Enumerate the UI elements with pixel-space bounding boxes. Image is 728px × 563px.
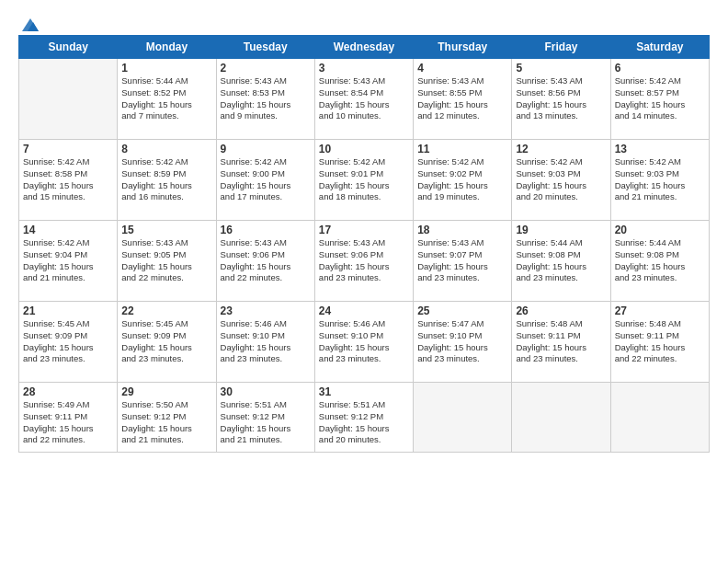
cell-details: Sunrise: 5:42 AMSunset: 9:02 PMDaylight:…	[417, 156, 507, 203]
cell-details: Sunrise: 5:44 AMSunset: 9:08 PMDaylight:…	[516, 237, 606, 284]
col-header-friday: Friday	[512, 36, 610, 59]
header	[18, 17, 710, 29]
day-number: 3	[319, 62, 409, 75]
calendar-week-5: 28Sunrise: 5:49 AMSunset: 9:11 PMDayligh…	[19, 383, 710, 453]
day-number: 22	[121, 304, 211, 317]
cell-details: Sunrise: 5:46 AMSunset: 9:10 PMDaylight:…	[319, 318, 409, 365]
calendar-cell: 30Sunrise: 5:51 AMSunset: 9:12 PMDayligh…	[216, 383, 314, 453]
calendar-cell: 22Sunrise: 5:45 AMSunset: 9:09 PMDayligh…	[118, 302, 216, 383]
day-number: 27	[615, 304, 705, 317]
day-number: 26	[516, 304, 606, 317]
col-header-saturday: Saturday	[610, 36, 709, 59]
calendar-cell: 3Sunrise: 5:43 AMSunset: 8:54 PMDaylight…	[314, 59, 413, 140]
cell-details: Sunrise: 5:44 AMSunset: 9:08 PMDaylight:…	[615, 237, 705, 284]
day-number: 16	[221, 224, 311, 236]
calendar-cell: 18Sunrise: 5:43 AMSunset: 9:07 PMDayligh…	[414, 221, 512, 302]
cell-details: Sunrise: 5:42 AMSunset: 9:03 PMDaylight:…	[615, 156, 705, 203]
cell-details: Sunrise: 5:44 AMSunset: 8:52 PMDaylight:…	[121, 75, 211, 122]
day-number: 23	[221, 304, 311, 317]
day-number: 29	[121, 385, 211, 398]
calendar-cell: 6Sunrise: 5:42 AMSunset: 8:57 PMDaylight…	[610, 59, 709, 140]
cell-details: Sunrise: 5:48 AMSunset: 9:11 PMDaylight:…	[615, 318, 705, 365]
cell-details: Sunrise: 5:51 AMSunset: 9:12 PMDaylight:…	[319, 399, 409, 446]
day-number: 24	[319, 304, 409, 317]
day-number: 28	[23, 385, 113, 398]
calendar-cell: 20Sunrise: 5:44 AMSunset: 9:08 PMDayligh…	[610, 221, 709, 302]
calendar-cell: 27Sunrise: 5:48 AMSunset: 9:11 PMDayligh…	[610, 302, 709, 383]
day-number: 5	[516, 62, 606, 75]
calendar-cell: 7Sunrise: 5:42 AMSunset: 8:58 PMDaylight…	[19, 140, 118, 221]
calendar-cell: 1Sunrise: 5:44 AMSunset: 8:52 PMDaylight…	[118, 59, 216, 140]
day-number: 25	[417, 304, 507, 317]
calendar-week-1: 1Sunrise: 5:44 AMSunset: 8:52 PMDaylight…	[19, 59, 710, 140]
calendar-table: SundayMondayTuesdayWednesdayThursdayFrid…	[18, 35, 710, 453]
calendar-cell: 2Sunrise: 5:43 AMSunset: 8:53 PMDaylight…	[216, 59, 314, 140]
cell-details: Sunrise: 5:42 AMSunset: 8:58 PMDaylight:…	[23, 156, 113, 203]
logo-icon	[20, 17, 40, 33]
cell-details: Sunrise: 5:50 AMSunset: 9:12 PMDaylight:…	[121, 399, 211, 446]
cell-details: Sunrise: 5:49 AMSunset: 9:11 PMDaylight:…	[23, 399, 113, 446]
calendar-cell: 14Sunrise: 5:42 AMSunset: 9:04 PMDayligh…	[19, 221, 118, 302]
calendar-week-4: 21Sunrise: 5:45 AMSunset: 9:09 PMDayligh…	[19, 302, 710, 383]
cell-details: Sunrise: 5:45 AMSunset: 9:09 PMDaylight:…	[23, 318, 113, 365]
day-number: 12	[516, 143, 606, 155]
day-number: 21	[23, 304, 113, 317]
calendar-cell	[414, 383, 512, 453]
calendar-cell: 13Sunrise: 5:42 AMSunset: 9:03 PMDayligh…	[610, 140, 709, 221]
calendar-cell: 26Sunrise: 5:48 AMSunset: 9:11 PMDayligh…	[512, 302, 610, 383]
day-number: 19	[516, 224, 606, 236]
day-number: 17	[319, 224, 409, 236]
day-number: 8	[121, 143, 211, 155]
calendar-header-row: SundayMondayTuesdayWednesdayThursdayFrid…	[19, 36, 710, 59]
day-number: 7	[23, 143, 113, 155]
day-number: 1	[121, 62, 211, 75]
calendar-cell: 31Sunrise: 5:51 AMSunset: 9:12 PMDayligh…	[314, 383, 413, 453]
col-header-tuesday: Tuesday	[216, 36, 314, 59]
cell-details: Sunrise: 5:43 AMSunset: 8:54 PMDaylight:…	[319, 75, 409, 122]
cell-details: Sunrise: 5:45 AMSunset: 9:09 PMDaylight:…	[121, 318, 211, 365]
calendar-week-3: 14Sunrise: 5:42 AMSunset: 9:04 PMDayligh…	[19, 221, 710, 302]
day-number: 2	[221, 62, 311, 75]
day-number: 11	[417, 143, 507, 155]
day-number: 30	[221, 385, 311, 398]
cell-details: Sunrise: 5:47 AMSunset: 9:10 PMDaylight:…	[417, 318, 507, 365]
day-number: 10	[319, 143, 409, 155]
cell-details: Sunrise: 5:43 AMSunset: 9:06 PMDaylight:…	[319, 237, 409, 284]
day-number: 13	[615, 143, 705, 155]
col-header-sunday: Sunday	[19, 36, 118, 59]
cell-details: Sunrise: 5:42 AMSunset: 8:59 PMDaylight:…	[121, 156, 211, 203]
col-header-wednesday: Wednesday	[314, 36, 413, 59]
cell-details: Sunrise: 5:42 AMSunset: 8:57 PMDaylight:…	[615, 75, 705, 122]
cell-details: Sunrise: 5:42 AMSunset: 9:04 PMDaylight:…	[23, 237, 113, 284]
day-number: 4	[417, 62, 507, 75]
calendar-cell	[19, 59, 118, 140]
cell-details: Sunrise: 5:42 AMSunset: 9:01 PMDaylight:…	[319, 156, 409, 203]
logo	[18, 17, 40, 29]
calendar-cell: 5Sunrise: 5:43 AMSunset: 8:56 PMDaylight…	[512, 59, 610, 140]
day-number: 20	[615, 224, 705, 236]
calendar-cell: 19Sunrise: 5:44 AMSunset: 9:08 PMDayligh…	[512, 221, 610, 302]
calendar-cell: 11Sunrise: 5:42 AMSunset: 9:02 PMDayligh…	[414, 140, 512, 221]
cell-details: Sunrise: 5:43 AMSunset: 8:55 PMDaylight:…	[417, 75, 507, 122]
cell-details: Sunrise: 5:42 AMSunset: 9:03 PMDaylight:…	[516, 156, 606, 203]
calendar-cell: 8Sunrise: 5:42 AMSunset: 8:59 PMDaylight…	[118, 140, 216, 221]
calendar-cell: 28Sunrise: 5:49 AMSunset: 9:11 PMDayligh…	[19, 383, 118, 453]
col-header-thursday: Thursday	[414, 36, 512, 59]
calendar-cell	[610, 383, 709, 453]
calendar-cell: 4Sunrise: 5:43 AMSunset: 8:55 PMDaylight…	[414, 59, 512, 140]
cell-details: Sunrise: 5:48 AMSunset: 9:11 PMDaylight:…	[516, 318, 606, 365]
page: SundayMondayTuesdayWednesdayThursdayFrid…	[0, 0, 728, 563]
day-number: 9	[221, 143, 311, 155]
calendar-cell: 24Sunrise: 5:46 AMSunset: 9:10 PMDayligh…	[314, 302, 413, 383]
calendar-cell: 17Sunrise: 5:43 AMSunset: 9:06 PMDayligh…	[314, 221, 413, 302]
calendar-cell: 29Sunrise: 5:50 AMSunset: 9:12 PMDayligh…	[118, 383, 216, 453]
calendar-cell: 10Sunrise: 5:42 AMSunset: 9:01 PMDayligh…	[314, 140, 413, 221]
cell-details: Sunrise: 5:43 AMSunset: 9:06 PMDaylight:…	[221, 237, 311, 284]
calendar-week-2: 7Sunrise: 5:42 AMSunset: 8:58 PMDaylight…	[19, 140, 710, 221]
day-number: 14	[23, 224, 113, 236]
calendar-cell: 9Sunrise: 5:42 AMSunset: 9:00 PMDaylight…	[216, 140, 314, 221]
cell-details: Sunrise: 5:51 AMSunset: 9:12 PMDaylight:…	[221, 399, 311, 446]
cell-details: Sunrise: 5:42 AMSunset: 9:00 PMDaylight:…	[221, 156, 311, 203]
cell-details: Sunrise: 5:46 AMSunset: 9:10 PMDaylight:…	[221, 318, 311, 365]
day-number: 15	[121, 224, 211, 236]
